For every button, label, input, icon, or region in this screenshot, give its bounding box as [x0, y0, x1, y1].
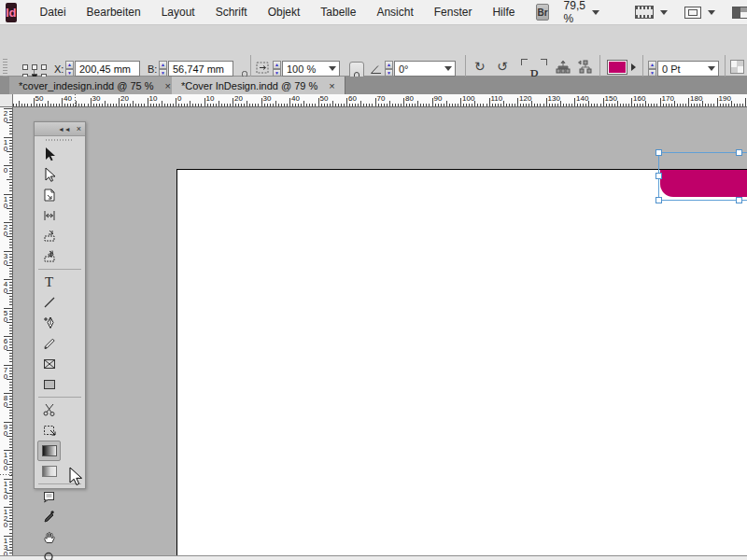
eyedropper-tool[interactable] — [37, 507, 61, 527]
pen-tool[interactable] — [37, 313, 61, 333]
menu-schrift[interactable]: Schrift — [205, 2, 258, 22]
menu-hilfe[interactable]: Hilfe — [482, 2, 525, 22]
fill-color-swatch[interactable] — [607, 60, 627, 75]
gradient-feather-tool[interactable] — [37, 461, 61, 482]
width-label: B: — [148, 63, 157, 75]
rotation-angle-dropdown[interactable]: 0° — [394, 61, 456, 77]
screen-mode-dropdown[interactable] — [684, 7, 715, 19]
selection-handle-bottom-left[interactable] — [655, 197, 662, 203]
collapse-panel-icon[interactable]: ◄◄ — [58, 126, 71, 133]
rotate-90-ccw-icon[interactable]: ↺ — [497, 61, 508, 73]
zoom-level-dropdown[interactable]: 79,5 % — [564, 0, 599, 25]
gap-tool[interactable] — [37, 205, 61, 226]
menu-tabelle[interactable]: Tabelle — [310, 2, 366, 22]
rotation-stepper[interactable]: ▲▼ — [385, 61, 393, 77]
transparency-effects-icon[interactable] — [730, 60, 744, 74]
control-panel: X: ▲▼ 200,45 mm Y: ▲▼ 3 mm B: ▲▼ 56,747 … — [0, 25, 747, 77]
menu-bearbeiten[interactable]: Bearbeiten — [77, 2, 151, 22]
horizontal-ruler[interactable]: 5040302010010203040506070809010011012013… — [13, 94, 747, 107]
selection-handle-top-mid[interactable] — [736, 149, 742, 156]
note-tool[interactable] — [37, 486, 61, 507]
pencil-tool[interactable] — [37, 333, 61, 354]
menu-fenster[interactable]: Fenster — [424, 2, 483, 22]
chevron-down-icon — [660, 10, 668, 15]
stroke-weight-dropdown[interactable]: 0 Pt — [657, 61, 719, 77]
chevron-down-icon — [444, 66, 452, 71]
tools-panel: ◄◄ × T — [34, 121, 86, 489]
zoom-tool[interactable] — [37, 548, 61, 560]
divider — [38, 397, 81, 398]
scissors-tool[interactable] — [37, 399, 61, 420]
frame-tool[interactable] — [37, 354, 61, 374]
page-tool[interactable] — [37, 185, 61, 205]
mouse-cursor-icon — [69, 467, 84, 487]
view-options-dropdown[interactable] — [635, 6, 668, 19]
panel-grip[interactable] — [35, 136, 85, 144]
content-placer-tool[interactable] — [37, 246, 61, 267]
chevron-down-icon — [329, 66, 336, 71]
tools-panel-titlebar[interactable]: ◄◄ × — [35, 122, 85, 136]
close-icon[interactable]: × — [164, 80, 170, 91]
selection-handle-left-mid[interactable] — [655, 173, 662, 179]
bridge-button[interactable]: Br — [536, 4, 548, 21]
x-stepper[interactable]: ▲▼ — [65, 61, 74, 77]
x-label: X: — [54, 63, 63, 75]
chevron-down-icon — [592, 10, 599, 15]
scale-x-value: 100 % — [287, 63, 316, 75]
tab-cover-indesign-75[interactable]: *cover_indesign.indd @ 75 % × — [9, 77, 181, 94]
fill-flyout-arrow-icon[interactable] — [631, 63, 636, 71]
content-collector-tool[interactable] — [37, 226, 61, 246]
select-container-icon[interactable] — [555, 60, 571, 74]
tab-label: *Cover InDesign.indd @ 79 % — [181, 80, 317, 91]
selection-handle-bottom-mid[interactable] — [736, 197, 742, 203]
width-field[interactable]: 56,747 mm — [168, 61, 233, 77]
selection-frame-top — [658, 152, 747, 153]
selection-tool[interactable] — [37, 144, 61, 164]
workspace-switcher-dropdown[interactable] — [732, 7, 747, 19]
select-previous-object-icon[interactable] — [577, 60, 594, 74]
ruler-origin-box[interactable] — [0, 94, 13, 107]
menu-layout[interactable]: Layout — [151, 2, 205, 22]
menu-ansicht[interactable]: Ansicht — [366, 2, 423, 22]
scale-x-icon — [256, 62, 270, 77]
view-options-icon — [635, 6, 654, 19]
divider — [38, 269, 81, 270]
direct-selection-tool[interactable] — [37, 164, 61, 185]
scale-x-dropdown[interactable]: 100 % — [282, 61, 340, 77]
stroke-weight-stepper[interactable]: ▲▼ — [648, 61, 656, 77]
rectangle-tool[interactable] — [37, 374, 61, 395]
width-stepper[interactable]: ▲▼ — [159, 61, 167, 77]
zoom-level-value: 79,5 % — [564, 0, 585, 25]
type-tool[interactable]: T — [37, 272, 61, 292]
document-tab-bar: *cover_indesign.indd @ 75 % × *Cover InD… — [0, 77, 747, 94]
workspace-icon — [732, 7, 747, 19]
hand-tool[interactable] — [37, 527, 61, 548]
tab-cover-indesign-79[interactable]: *Cover InDesign.indd @ 79 % × — [172, 77, 345, 94]
menu-items: Datei Bearbeiten Layout Schrift Objekt T… — [30, 2, 526, 22]
selected-magenta-rectangle[interactable] — [660, 170, 747, 197]
rotation-value: 0° — [399, 63, 409, 75]
gradient-swatch-tool[interactable] — [37, 441, 61, 461]
document-page[interactable] — [176, 169, 747, 555]
indesign-logo: Id — [6, 3, 17, 22]
line-tool[interactable] — [37, 292, 61, 313]
rotation-angle-icon — [370, 64, 383, 77]
scale-x-stepper[interactable]: ▲▼ — [273, 61, 281, 77]
stroke-weight-value: 0 Pt — [662, 63, 681, 75]
x-position-field[interactable]: 200,45 mm — [75, 61, 140, 77]
selection-frame-bottom — [658, 200, 747, 201]
close-icon[interactable]: × — [329, 80, 334, 91]
menu-objekt[interactable]: Objekt — [258, 2, 311, 22]
gradient-feather-icon — [42, 466, 57, 477]
gradient-icon — [42, 445, 57, 456]
tab-label: *cover_indesign.indd @ 75 % — [19, 80, 153, 91]
rotate-90-cw-icon[interactable]: ↻ — [474, 61, 486, 73]
free-transform-tool[interactable] — [37, 420, 61, 441]
vertical-ruler[interactable]: 20100102030405060708090100110120130 — [0, 107, 13, 555]
horizontal-scrollbar-strip[interactable] — [0, 555, 747, 560]
selection-handle-top-left[interactable] — [655, 149, 662, 156]
type-tool-glyph: T — [45, 274, 53, 290]
close-icon[interactable]: × — [77, 124, 81, 133]
pasteboard — [13, 107, 747, 555]
menu-datei[interactable]: Datei — [30, 2, 77, 22]
